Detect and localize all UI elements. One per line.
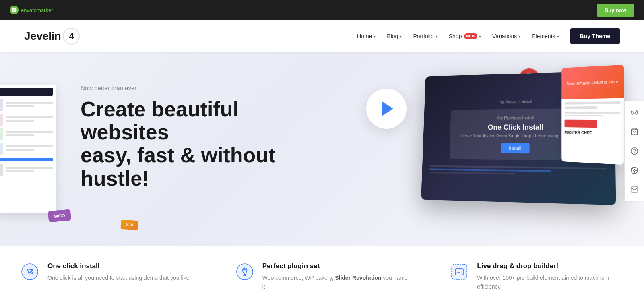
side-panel: [624, 101, 644, 201]
feature-one-click-text: One click install One click is all you n…: [47, 262, 191, 282]
shop-new-badge: NEW: [464, 33, 477, 39]
nav-shop[interactable]: Shop NEW ▾: [449, 33, 481, 39]
woo-badge: WOO: [48, 209, 71, 223]
hero-section: Now better than ever Create beautiful we…: [0, 52, 644, 246]
feature-builder-desc: With over 100+ pre build element aimed t…: [477, 273, 624, 292]
master-chef-label: MASTER CHEF: [565, 130, 621, 136]
top-bar: envatomarket Buy now: [0, 0, 644, 20]
svg-rect-6: [452, 264, 467, 279]
svg-point-16: [634, 170, 636, 172]
envato-icon: [10, 6, 19, 14]
feature-plugin-text: Perfect plugin set Woo commerce, WP bake…: [262, 262, 409, 292]
nav-home[interactable]: Home ▾: [357, 33, 376, 39]
feature-one-click: One click install One click is all you n…: [0, 246, 215, 302]
side-mockscreen: New, Amazing Stuff is Here MASTER CHEF: [561, 65, 624, 165]
main-nav: Home ▾ Blog ▾ Portfolio ▾ Shop NEW ▾ Var…: [357, 28, 620, 44]
nav-blog[interactable]: Blog ▾: [387, 33, 402, 39]
left-mockscreen: [0, 85, 56, 213]
screen-pre-title: No Previous Install: [499, 100, 532, 105]
logo-v4-icon: 4: [62, 27, 80, 45]
side-screen-text: New, Amazing Stuff is Here: [567, 79, 619, 86]
install-card-title: One Click Install: [459, 123, 574, 132]
feature-one-click-desc: One click is all you need to start using…: [47, 273, 191, 282]
hero-visual: No Previous Install No Previous Install …: [346, 64, 620, 234]
hero-subtitle: Now better than ever: [80, 85, 330, 91]
logo: Jevelin 4: [24, 27, 80, 45]
buy-theme-button[interactable]: Buy Theme: [570, 28, 620, 44]
nav-portfolio-chevron: ▾: [436, 34, 438, 39]
envato-logo: envatomarket: [10, 6, 53, 14]
layers-icon: [450, 262, 469, 281]
cursor-icon: [20, 262, 39, 281]
side-screen-top: New, Amazing Stuff is Here: [561, 65, 624, 99]
logo-text: Jevelin: [24, 30, 61, 43]
nav-portfolio[interactable]: Portfolio ▾: [413, 33, 437, 39]
hero-title: Create beautiful websites easy, fast & w…: [80, 98, 330, 190]
play-button[interactable]: [366, 89, 407, 129]
nav-elements-chevron: ▾: [557, 34, 559, 39]
orange-label: ✕ ✕: [120, 220, 138, 230]
mail-icon[interactable]: [628, 183, 641, 196]
nav-variations-chevron: ▾: [518, 34, 520, 39]
nav-blog-label: Blog: [387, 33, 398, 39]
svg-point-3: [237, 264, 253, 280]
feature-builder-title: Live drag & drop builder!: [477, 262, 624, 270]
feature-plugin-set: Perfect plugin set Woo commerce, WP bake…: [215, 246, 430, 302]
feature-plugin-desc: Woo commerce, WP bakery, Slider Revoluti…: [262, 273, 409, 292]
hero-content: Now better than ever Create beautiful we…: [80, 77, 330, 202]
nav-home-chevron: ▾: [374, 34, 376, 39]
install-button[interactable]: Install: [501, 143, 529, 153]
nav-shop-label: Shop: [449, 33, 462, 39]
nav-elements[interactable]: Elements ▾: [532, 33, 559, 39]
header: Jevelin 4 Home ▾ Blog ▾ Portfolio ▾ Shop…: [0, 20, 644, 52]
feature-builder-text: Live drag & drop builder! With over 100+…: [477, 262, 624, 292]
nav-variations[interactable]: Variations ▾: [492, 33, 520, 39]
nav-shop-chevron: ▾: [479, 34, 481, 39]
feature-plugin-title: Perfect plugin set: [262, 262, 409, 270]
nav-portfolio-label: Portfolio: [413, 33, 433, 39]
svg-point-13: [631, 148, 638, 155]
install-card-pretitle: No Previous Install: [460, 115, 574, 120]
wheel-icon[interactable]: [628, 164, 641, 177]
nav-home-label: Home: [357, 33, 372, 39]
glasses-icon[interactable]: [628, 106, 641, 119]
side-screen-content: MASTER CHEF: [561, 98, 624, 140]
top-buy-now-button[interactable]: Buy now: [597, 4, 634, 17]
feature-builder: Live drag & drop builder! With over 100+…: [429, 246, 644, 302]
svg-text:4: 4: [69, 31, 74, 41]
envato-brand-name: envatomarket: [21, 7, 53, 13]
nav-blog-chevron: ▾: [400, 34, 402, 39]
install-card-subtitle: Create Your AvalonDemo Single Drop Theme…: [459, 133, 574, 138]
nav-elements-label: Elements: [532, 33, 555, 39]
play-icon: [382, 101, 393, 116]
features-section: One click install One click is all you n…: [0, 246, 644, 302]
question-icon[interactable]: [628, 145, 641, 157]
plug-icon: [235, 262, 254, 281]
feature-one-click-title: One click install: [47, 262, 191, 270]
logo-version-badge: 4: [62, 27, 80, 45]
shopping-bag-icon[interactable]: [628, 125, 641, 138]
nav-variations-label: Variations: [492, 33, 517, 39]
